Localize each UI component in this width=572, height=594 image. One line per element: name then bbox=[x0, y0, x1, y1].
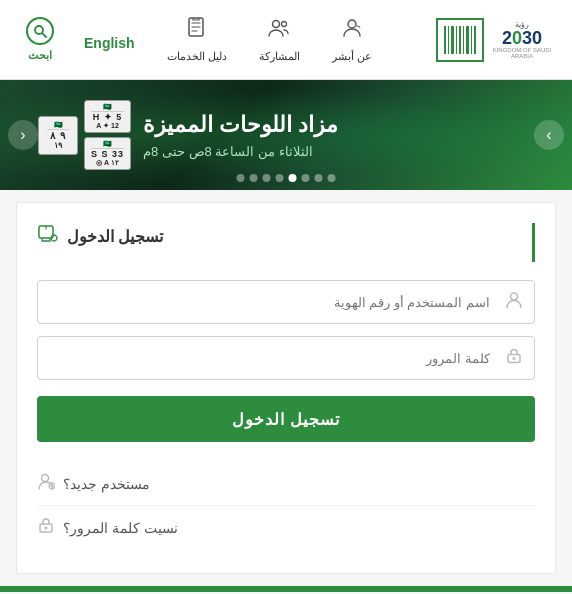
participation-label: المشاركة bbox=[259, 50, 300, 63]
nav-english[interactable]: English bbox=[72, 23, 147, 57]
svg-rect-7 bbox=[471, 26, 472, 54]
password-field bbox=[37, 336, 535, 380]
vision-logo: رؤية 2030 KINGDOM OF SAUDI ARABIA bbox=[492, 20, 552, 59]
svg-rect-1 bbox=[448, 26, 449, 54]
svg-point-25 bbox=[45, 527, 48, 530]
plate-2: 🇸🇦 33 S S ١٢ A ◎ bbox=[84, 137, 131, 170]
nav-search[interactable]: ابحث bbox=[16, 11, 64, 68]
dot-6[interactable] bbox=[263, 174, 271, 182]
absher-icon bbox=[340, 16, 364, 46]
vision-country: KINGDOM OF SAUDI ARABIA bbox=[492, 47, 552, 59]
svg-point-11 bbox=[282, 22, 287, 27]
plate-1: 🇸🇦 5 ✦ H 12 ✦ A bbox=[84, 100, 131, 133]
svg-rect-5 bbox=[463, 26, 464, 54]
svg-point-9 bbox=[348, 20, 356, 28]
svg-point-17 bbox=[511, 293, 518, 300]
forgot-password-label: نسيت كلمة المرور؟ bbox=[63, 520, 178, 536]
footer-bar bbox=[0, 586, 572, 592]
login-header: تسجيل الدخول bbox=[37, 223, 535, 262]
banner-arrow-right[interactable]: › bbox=[534, 120, 564, 150]
password-icon bbox=[505, 347, 523, 370]
dot-5[interactable] bbox=[276, 174, 284, 182]
banner-plates: 🇸🇦 5 ✦ H 12 ✦ A 🇸🇦 33 S S ١٢ A ◎ 🇸🇦 ٩ ٨ … bbox=[38, 100, 131, 170]
search-icon bbox=[26, 17, 54, 45]
new-user-icon bbox=[37, 472, 55, 495]
new-user-label: مستخدم جديد؟ bbox=[63, 476, 150, 492]
username-input[interactable] bbox=[37, 280, 535, 324]
new-user-row[interactable]: مستخدم جديد؟ bbox=[37, 462, 535, 506]
header-nav: عن أبشر المشاركة دليل الخدم bbox=[16, 10, 384, 69]
header-right: رؤية 2030 KINGDOM OF SAUDI ARABIA bbox=[436, 18, 556, 62]
banner: › مزاد اللوحات المميزة الثلاثاء من الساع… bbox=[0, 80, 572, 190]
username-icon bbox=[505, 291, 523, 314]
banner-subtitle: الثلاثاء من الساعة 8ص حتى 8م bbox=[143, 144, 313, 159]
login-button[interactable]: تسجيل الدخول bbox=[37, 396, 535, 442]
english-label: English bbox=[84, 35, 135, 51]
svg-rect-0 bbox=[444, 26, 446, 54]
plates-stack: 🇸🇦 5 ✦ H 12 ✦ A 🇸🇦 33 S S ١٢ A ◎ bbox=[84, 100, 131, 170]
login-section: تسجيل الدخول bbox=[16, 202, 556, 574]
svg-point-20 bbox=[42, 475, 49, 482]
forgot-password-row[interactable]: نسيت كلمة المرور؟ bbox=[37, 506, 535, 549]
participation-icon bbox=[267, 16, 291, 46]
svg-rect-6 bbox=[466, 26, 469, 54]
dot-8[interactable] bbox=[237, 174, 245, 182]
username-field bbox=[37, 280, 535, 324]
absher-label: عن أبشر bbox=[332, 50, 372, 63]
svg-rect-4 bbox=[459, 26, 461, 54]
search-label: ابحث bbox=[28, 49, 52, 62]
barcode-icon bbox=[436, 18, 484, 62]
services-icon bbox=[185, 16, 209, 46]
links-section: مستخدم جديد؟ نسيت كلمة المرور؟ bbox=[37, 462, 535, 549]
forgot-password-icon bbox=[37, 516, 55, 539]
svg-rect-2 bbox=[451, 26, 454, 54]
banner-content: مزاد اللوحات المميزة الثلاثاء من الساعة … bbox=[131, 111, 534, 159]
nav-services[interactable]: دليل الخدمات bbox=[155, 10, 239, 69]
nav-absher[interactable]: عن أبشر bbox=[320, 10, 384, 69]
banner-arrow-left[interactable]: ‹ bbox=[8, 120, 38, 150]
dot-7[interactable] bbox=[250, 174, 258, 182]
dot-3[interactable] bbox=[302, 174, 310, 182]
dot-1[interactable] bbox=[328, 174, 336, 182]
services-label: دليل الخدمات bbox=[167, 50, 227, 63]
password-input[interactable] bbox=[37, 336, 535, 380]
svg-rect-3 bbox=[456, 26, 457, 54]
dot-2[interactable] bbox=[315, 174, 323, 182]
svg-line-14 bbox=[42, 33, 46, 37]
svg-point-10 bbox=[273, 21, 280, 28]
header: رؤية 2030 KINGDOM OF SAUDI ARABIA bbox=[0, 0, 572, 80]
dot-4[interactable] bbox=[289, 174, 297, 182]
login-title-icon bbox=[37, 223, 59, 250]
banner-title: مزاد اللوحات المميزة bbox=[143, 111, 338, 140]
plate-3: 🇸🇦 ٩ ٨ ١٩ bbox=[38, 116, 78, 155]
login-title: تسجيل الدخول bbox=[67, 227, 163, 246]
svg-point-19 bbox=[513, 357, 516, 360]
nav-participation[interactable]: المشاركة bbox=[247, 10, 312, 69]
svg-rect-8 bbox=[474, 26, 476, 54]
vision-2030-text: 2030 bbox=[502, 29, 542, 47]
banner-dots bbox=[237, 174, 336, 182]
